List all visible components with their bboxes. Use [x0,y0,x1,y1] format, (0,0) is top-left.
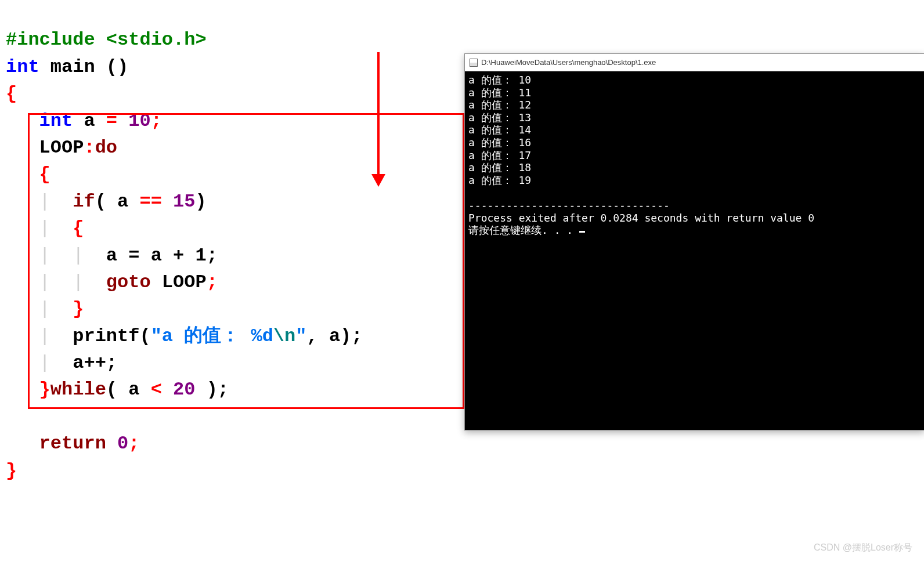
keyword-if: if [73,191,95,212]
include-directive: #include <stdio.h> [6,29,207,50]
brace-open: { [6,83,17,104]
watermark: CSDN @摆脱Loser称号 [814,542,912,554]
keyword-int: int [6,56,39,78]
fn-printf: printf [73,325,139,347]
continue-prompt: 请按任意键继续. . . [468,224,579,236]
console-output: a 的值： 10 a 的值： 11 a 的值： 12 a 的值： 13 a 的值… [465,71,924,239]
output-line: a 的值： 18 [468,161,531,173]
output-line: a 的值： 10 [468,74,531,86]
output-line: a 的值： 14 [468,124,531,136]
keyword-int: int [39,110,73,132]
code-editor: #include <stdio.h> int main () { int a =… [6,0,470,484]
keyword-return: return [39,433,106,454]
loop-label: LOOP [39,137,84,158]
output-line: a 的值： 13 [468,111,531,124]
fn-main: main [50,56,95,78]
keyword-do: do [95,137,117,158]
exit-message: Process exited after 0.0284 seconds with… [468,212,814,224]
output-line: a 的值： 17 [468,149,531,161]
console-title: D:\HuaweiMoveData\Users\menghao\Desktop\… [481,58,656,67]
keyword-goto: goto [106,272,151,293]
console-window[interactable]: D:\HuaweiMoveData\Users\menghao\Desktop\… [464,53,924,430]
string-literal: "a 的值： %d [151,325,273,347]
assignment: a = a + 1; [106,245,218,266]
output-line: a 的值： 16 [468,136,531,149]
console-titlebar[interactable]: D:\HuaweiMoveData\Users\menghao\Desktop\… [465,54,924,71]
increment: a++; [73,352,117,374]
console-app-icon [470,59,478,67]
brace-close: } [6,460,17,482]
output-line: a 的值： 12 [468,99,531,111]
keyword-while: while [50,379,106,400]
output-line: a 的值： 19 [468,174,531,186]
output-line: a 的值： 11 [468,86,531,99]
cursor-icon [579,231,585,233]
separator: -------------------------------- [468,199,670,211]
